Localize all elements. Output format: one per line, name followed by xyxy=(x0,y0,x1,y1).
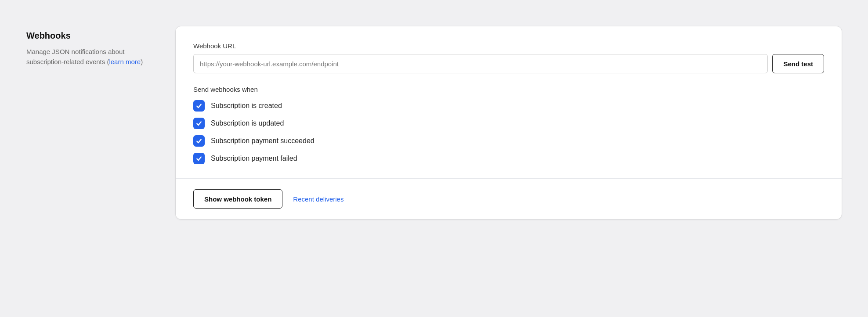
webhook-url-label: Webhook URL xyxy=(193,42,824,50)
right-panel: Webhook URL Send test Send webhooks when… xyxy=(176,26,842,219)
checkbox-created[interactable] xyxy=(193,100,205,112)
checkbox-item-created: Subscription is created xyxy=(193,100,824,112)
section-description: Manage JSON notifications about subscrip… xyxy=(26,47,149,67)
url-row: Send test xyxy=(193,54,824,73)
checkbox-list: Subscription is created Subscription is … xyxy=(193,100,824,164)
checkbox-payment-succeeded-label: Subscription payment succeeded xyxy=(211,137,315,145)
panel-footer: Show webhook token Recent deliveries xyxy=(176,178,842,219)
checkbox-updated[interactable] xyxy=(193,118,205,129)
checkbox-item-payment-failed: Subscription payment failed xyxy=(193,153,824,164)
checkbox-item-payment-succeeded: Subscription payment succeeded xyxy=(193,135,824,147)
checkbox-payment-failed-label: Subscription payment failed xyxy=(211,155,297,162)
learn-more-link[interactable]: learn more xyxy=(109,58,141,65)
checkbox-created-label: Subscription is created xyxy=(211,102,282,110)
panel-body: Webhook URL Send test Send webhooks when… xyxy=(176,26,842,178)
recent-deliveries-link[interactable]: Recent deliveries xyxy=(293,195,344,203)
left-panel: Webhooks Manage JSON notifications about… xyxy=(26,26,149,67)
send-test-button[interactable]: Send test xyxy=(772,54,824,73)
checkbox-item-updated: Subscription is updated xyxy=(193,118,824,129)
show-webhook-token-button[interactable]: Show webhook token xyxy=(193,189,282,209)
checkbox-payment-succeeded[interactable] xyxy=(193,135,205,147)
section-title: Webhooks xyxy=(26,31,149,41)
page-container: Webhooks Manage JSON notifications about… xyxy=(26,18,842,219)
checkbox-updated-label: Subscription is updated xyxy=(211,119,284,127)
webhook-url-input[interactable] xyxy=(193,54,768,73)
checkbox-payment-failed[interactable] xyxy=(193,153,205,164)
send-webhooks-when-label: Send webhooks when xyxy=(193,86,824,93)
